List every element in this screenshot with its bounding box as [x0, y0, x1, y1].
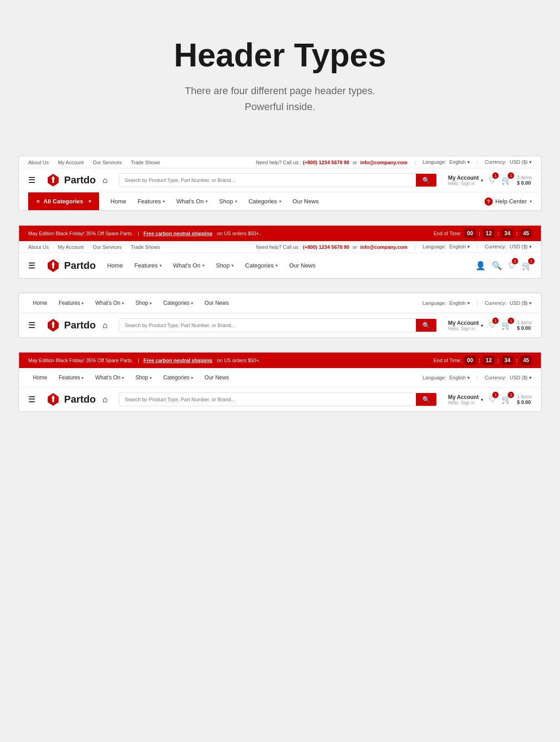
topbar2-curr[interactable]: Currency: USD ($) ▾ [485, 244, 532, 250]
all-categories-button[interactable]: ≡ All Categories ▾ [28, 192, 99, 210]
topbar-links: About Us My Account Our Services Trade S… [28, 160, 160, 165]
nav2-shop-chevron-icon: ▾ [231, 263, 234, 268]
search-input-4[interactable] [120, 393, 416, 406]
nav2-categories[interactable]: Categories ▾ [240, 257, 282, 273]
search-input-3[interactable] [120, 319, 416, 332]
nav2-shop[interactable]: Shop ▾ [211, 257, 238, 273]
logo-link[interactable]: Partdo [46, 173, 96, 187]
topbar-link-about[interactable]: About Us [28, 160, 49, 165]
nav-categories[interactable]: Categories ▾ [244, 192, 286, 210]
house-icon[interactable]: ⌂ [103, 176, 108, 185]
help-center-button[interactable]: ? Help Center ▾ [485, 197, 532, 206]
nav-ournews[interactable]: Our News [288, 192, 324, 210]
nav4-ournews[interactable]: Our News [200, 373, 233, 383]
nav3-home[interactable]: Home [28, 298, 52, 308]
wishlist-button-3[interactable]: ♡ 1 [489, 320, 496, 330]
topbar2-phone[interactable]: (+800) 1234 5678 90 [303, 244, 349, 250]
nav2-ournews[interactable]: Our News [285, 257, 320, 273]
logo-link-2[interactable]: Partdo [46, 258, 96, 273]
cart-button-4[interactable]: 🛒 1 [501, 394, 511, 404]
svg-rect-5 [52, 264, 54, 268]
topbar-link-trade[interactable]: Trade Shows [131, 160, 160, 165]
cart-button[interactable]: 🛒 1 [501, 175, 511, 185]
topbar2-trade[interactable]: Trade Shows [131, 244, 160, 250]
topbar2-about[interactable]: About Us [28, 244, 49, 250]
svg-rect-8 [52, 323, 54, 328]
header3-actions: My Account Hello, Sign in ▾ ♡ 1 🛒 1 3 It… [448, 320, 532, 331]
nav2-home[interactable]: Home [103, 257, 128, 273]
topbar2-lang[interactable]: Language: English ▾ [422, 244, 470, 250]
nav4-curr-chevron-icon: ▾ [529, 375, 532, 380]
nav4-curr[interactable]: Currency: USD ($) ▾ [485, 375, 532, 381]
topbar2-services[interactable]: Our Services [93, 244, 122, 250]
cart-icon-2[interactable]: 🛒 1 [522, 261, 532, 271]
account-button-3[interactable]: My Account Hello, Sign in ▾ [448, 320, 484, 331]
nav4-lang[interactable]: Language: English ▾ [422, 375, 470, 381]
hamburger-icon-3[interactable]: ☰ [28, 320, 35, 330]
logo-link-3[interactable]: Partdo [46, 318, 96, 333]
search-button[interactable]: 🔍 [416, 174, 436, 187]
topbar2-email[interactable]: info@company.com [360, 244, 407, 250]
nav4-categories-chevron-icon: ▾ [191, 375, 193, 380]
help-center-label: Help Center [495, 198, 527, 205]
header-actions: My Account Hello, Sign in ▾ ♡ 1 🛒 1 3 It… [448, 175, 532, 186]
nav2-features-chevron-icon: ▾ [160, 263, 162, 268]
nav3-whatson[interactable]: What's On ▾ [90, 298, 129, 308]
currency-selector[interactable]: Currency: USD ($) ▾ [485, 159, 532, 165]
topbar-link-services[interactable]: Our Services [93, 160, 122, 165]
wishlist-button[interactable]: ♡ 1 [489, 175, 496, 185]
cart-price: $ 0.00 [517, 180, 532, 186]
nav2-features[interactable]: Features ▾ [130, 257, 166, 273]
hamburger-icon[interactable]: ☰ [28, 175, 35, 185]
hamburger-icon-4[interactable]: ☰ [28, 394, 35, 404]
phone-number[interactable]: (+800) 1234 5678 90 [303, 160, 349, 165]
user-icon[interactable]: 👤 [475, 261, 485, 271]
account-chevron-icon-3: ▾ [481, 323, 483, 328]
nav4-shop[interactable]: Shop ▾ [131, 373, 156, 383]
wishlist-button-4[interactable]: ♡ 1 [489, 394, 496, 404]
search-button-3[interactable]: 🔍 [416, 319, 436, 332]
cart-button-3[interactable]: 🛒 1 [501, 320, 511, 330]
nav3-categories[interactable]: Categories ▾ [159, 298, 198, 308]
wishlist-badge-4: 1 [492, 392, 499, 398]
logo-link-4[interactable]: Partdo [46, 392, 96, 407]
account-button-4[interactable]: My Account Hello, Sign in ▾ [448, 394, 484, 405]
topbar2-account[interactable]: My Account [58, 244, 84, 250]
lang-chevron-icon[interactable]: ▾ [467, 159, 470, 165]
cart-badge-2: 1 [528, 258, 535, 264]
hamburger-icon-2[interactable]: ☰ [28, 261, 35, 271]
nav3-lang[interactable]: Language: English ▾ [422, 300, 470, 306]
nav3-ournews[interactable]: Our News [200, 298, 233, 308]
topbar-link-account[interactable]: My Account [58, 160, 84, 165]
account-button[interactable]: My Account Hello, Sign in ▾ [448, 175, 484, 186]
all-cats-label: All Categories [44, 198, 83, 205]
search-button-4[interactable]: 🔍 [416, 393, 436, 406]
search-input[interactable] [120, 174, 416, 187]
nav-features[interactable]: Features ▾ [133, 192, 170, 210]
nav3-features[interactable]: Features ▾ [54, 298, 88, 308]
nav-shop[interactable]: Shop ▾ [215, 192, 241, 210]
nav4-whatson[interactable]: What's On ▾ [90, 373, 129, 383]
nav-whatson[interactable]: What's On ▾ [172, 192, 212, 210]
nav3-curr[interactable]: Currency: USD ($) ▾ [485, 300, 532, 306]
main-bar-3: ☰ Partdo ⌂ 🔍 My Account Hello, Sign in ▾ [19, 313, 541, 337]
account-label-4: My Account [448, 394, 479, 400]
nav4-categories[interactable]: Categories ▾ [159, 373, 198, 383]
countdown-timer: End of Time: 00 : 12 : 34 : 45 [434, 229, 532, 238]
nav4-features[interactable]: Features ▾ [54, 373, 88, 383]
topbar-1: About Us My Account Our Services Trade S… [19, 156, 541, 168]
search-icon-2[interactable]: 🔍 [492, 261, 502, 271]
nav-home[interactable]: Home [106, 192, 131, 210]
header-type-2: May Edition Black Friday! 35% Off Spare … [18, 225, 542, 279]
language-selector[interactable]: Language: English ▾ [422, 159, 470, 165]
nav2-whatson[interactable]: What's On ▾ [169, 257, 209, 273]
nav4-home[interactable]: Home [28, 373, 52, 383]
categories-chevron-icon: ▾ [279, 199, 281, 204]
house-icon-3[interactable]: ⌂ [103, 321, 108, 330]
email[interactable]: info@company.com [360, 160, 407, 165]
nav3-shop[interactable]: Shop ▾ [131, 298, 156, 308]
cart-items-4: 3 Items [517, 394, 532, 399]
house-icon-4[interactable]: ⌂ [103, 395, 108, 404]
wishlist-icon-2[interactable]: ♡ 1 [508, 261, 515, 271]
currency-chevron-icon[interactable]: ▾ [529, 159, 532, 165]
